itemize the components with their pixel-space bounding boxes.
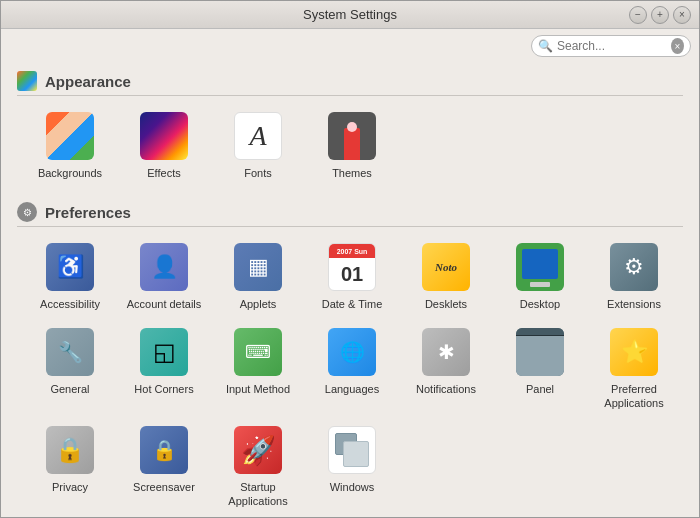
fonts-icon: A <box>234 112 282 160</box>
inputmethod-icon: ⌨ <box>234 328 282 376</box>
preferences-section-icon: ⚙ <box>17 202 37 222</box>
preferences-items-grid: ♿ Accessibility 👤 Account details Applet… <box>17 237 683 514</box>
panel-item[interactable]: Panel <box>495 322 585 417</box>
screensaver-item[interactable]: 🔒 Screensaver <box>119 420 209 515</box>
close-button[interactable]: × <box>673 6 691 24</box>
applets-label: Applets <box>240 297 277 311</box>
datetime-item[interactable]: 2007 Sun 01 Date & Time <box>307 237 397 317</box>
fonts-label: Fonts <box>244 166 272 180</box>
minimize-button[interactable]: − <box>629 6 647 24</box>
desklets-label: Desklets <box>425 297 467 311</box>
desklets-item[interactable]: Noto Desklets <box>401 237 491 317</box>
languages-icon: 🌐 <box>328 328 376 376</box>
search-box[interactable]: 🔍 × <box>531 35 691 57</box>
account-item[interactable]: 👤 Account details <box>119 237 209 317</box>
preferred-icon: ⭐ <box>610 328 658 376</box>
privacy-item[interactable]: 🔒 Privacy <box>25 420 115 515</box>
datetime-icon: 2007 Sun 01 <box>328 243 376 291</box>
panel-icon <box>516 328 564 376</box>
maximize-button[interactable]: + <box>651 6 669 24</box>
search-icon: 🔍 <box>538 39 553 53</box>
preferences-section-title: Preferences <box>45 204 131 221</box>
preferences-header: ⚙ Preferences <box>17 202 683 227</box>
effects-item[interactable]: Effects <box>119 106 209 186</box>
appearance-section-title: Appearance <box>45 73 131 90</box>
hotcorners-icon: ◱ <box>140 328 188 376</box>
desklets-icon: Noto <box>422 243 470 291</box>
window-title: System Settings <box>303 7 397 22</box>
general-item[interactable]: 🔧 General <box>25 322 115 417</box>
desktop-item[interactable]: Desktop <box>495 237 585 317</box>
notifications-item[interactable]: ✱ Notifications <box>401 322 491 417</box>
datetime-top: 2007 Sun <box>329 244 375 258</box>
desktop-icon <box>516 243 564 291</box>
appearance-section: Appearance Backgrounds Effects <box>17 71 683 186</box>
datetime-label: Date & Time <box>322 297 383 311</box>
notifications-label: Notifications <box>416 382 476 396</box>
effects-icon <box>140 112 188 160</box>
windows-icon <box>328 426 376 474</box>
fonts-item[interactable]: A Fonts <box>213 106 303 186</box>
languages-item[interactable]: 🌐 Languages <box>307 322 397 417</box>
themes-item[interactable]: Themes <box>307 106 397 186</box>
inputmethod-item[interactable]: ⌨ Input Method <box>213 322 303 417</box>
effects-label: Effects <box>147 166 180 180</box>
datetime-day: 01 <box>329 258 375 290</box>
windows-label: Windows <box>330 480 375 494</box>
extensions-item[interactable]: ⚙ Extensions <box>589 237 679 317</box>
account-label: Account details <box>127 297 202 311</box>
general-icon: 🔧 <box>46 328 94 376</box>
system-settings-window: System Settings − + × 🔍 × Appearance <box>0 0 700 518</box>
accessibility-icon: ♿ <box>46 243 94 291</box>
backgrounds-icon <box>46 112 94 160</box>
hotcorners-item[interactable]: ◱ Hot Corners <box>119 322 209 417</box>
preferred-item[interactable]: ⭐ Preferred Applications <box>589 322 679 417</box>
appearance-items-grid: Backgrounds Effects A Fonts <box>17 106 683 186</box>
screensaver-icon: 🔒 <box>140 426 188 474</box>
preferred-label: Preferred Applications <box>593 382 675 411</box>
windows-item[interactable]: Windows <box>307 420 397 515</box>
languages-label: Languages <box>325 382 379 396</box>
inputmethod-label: Input Method <box>226 382 290 396</box>
applets-item[interactable]: Applets <box>213 237 303 317</box>
titlebar-controls: − + × <box>629 6 691 24</box>
startup-label: Startup Applications <box>217 480 299 509</box>
appearance-header: Appearance <box>17 71 683 96</box>
search-input[interactable] <box>557 39 667 53</box>
settings-content: Appearance Backgrounds Effects <box>1 63 699 517</box>
search-clear-button[interactable]: × <box>671 38 684 54</box>
desktop-label: Desktop <box>520 297 560 311</box>
themes-icon <box>328 112 376 160</box>
themes-label: Themes <box>332 166 372 180</box>
applets-icon <box>234 243 282 291</box>
preferences-section: ⚙ Preferences ♿ Accessibility 👤 Account … <box>17 202 683 514</box>
panel-label: Panel <box>526 382 554 396</box>
toolbar: 🔍 × <box>1 29 699 63</box>
account-icon: 👤 <box>140 243 188 291</box>
extensions-label: Extensions <box>607 297 661 311</box>
accessibility-item[interactable]: ♿ Accessibility <box>25 237 115 317</box>
appearance-section-icon <box>17 71 37 91</box>
notifications-icon: ✱ <box>422 328 470 376</box>
general-label: General <box>50 382 89 396</box>
titlebar: System Settings − + × <box>1 1 699 29</box>
accessibility-label: Accessibility <box>40 297 100 311</box>
extensions-icon: ⚙ <box>610 243 658 291</box>
backgrounds-item[interactable]: Backgrounds <box>25 106 115 186</box>
screensaver-label: Screensaver <box>133 480 195 494</box>
startup-icon: 🚀 <box>234 426 282 474</box>
hotcorners-label: Hot Corners <box>134 382 193 396</box>
privacy-icon: 🔒 <box>46 426 94 474</box>
privacy-label: Privacy <box>52 480 88 494</box>
backgrounds-label: Backgrounds <box>38 166 102 180</box>
startup-item[interactable]: 🚀 Startup Applications <box>213 420 303 515</box>
